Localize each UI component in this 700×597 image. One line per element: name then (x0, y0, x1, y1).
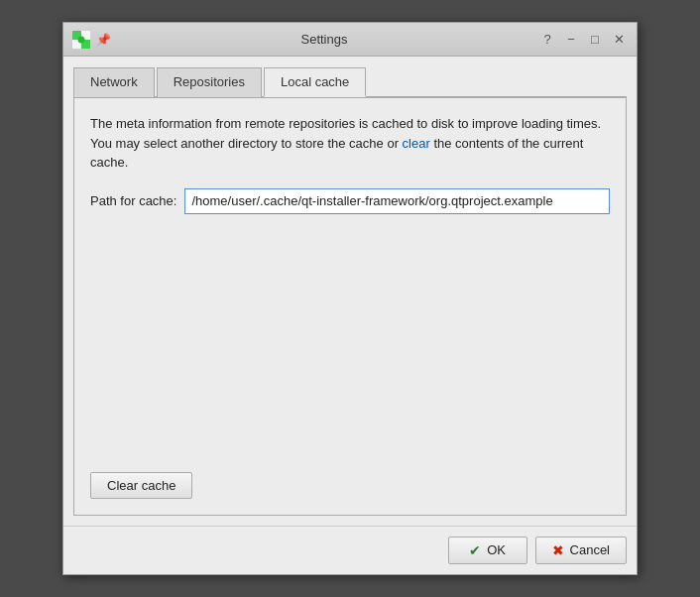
title-bar-left: 📌 (71, 30, 111, 50)
cancel-icon: ✖ (552, 542, 564, 558)
path-label: Path for cache: (90, 193, 176, 208)
ok-button[interactable]: ✔ OK (448, 537, 527, 564)
clear-cache-button[interactable]: Clear cache (90, 472, 192, 499)
ok-label: OK (487, 542, 506, 557)
clear-cache-section: Clear cache (90, 472, 610, 499)
path-input[interactable] (184, 188, 610, 214)
description-box: The meta information from remote reposit… (90, 114, 610, 173)
description-line1: The meta information from remote reposit… (90, 114, 610, 134)
minimize-button[interactable]: − (561, 31, 581, 48)
window-title: Settings (111, 32, 537, 47)
path-row: Path for cache: (90, 188, 610, 214)
close-button[interactable]: ✕ (609, 31, 629, 48)
dialog-footer: ✔ OK ✖ Cancel (63, 526, 637, 574)
svg-point-4 (78, 36, 85, 43)
title-bar-controls: ? − □ ✕ (537, 31, 629, 48)
clear-link: clear (403, 136, 430, 151)
pin-icon: 📌 (95, 32, 111, 48)
description-line2: You may select another directory to stor… (90, 134, 610, 173)
help-button[interactable]: ? (537, 31, 557, 48)
tab-local-cache[interactable]: Local cache (264, 67, 366, 97)
tab-content-local-cache: The meta information from remote reposit… (73, 98, 627, 516)
tab-network[interactable]: Network (73, 67, 155, 97)
cancel-label: Cancel (570, 542, 610, 557)
ok-icon: ✔ (469, 542, 481, 558)
tab-bar: Network Repositories Local cache (73, 66, 627, 98)
settings-app-icon (71, 30, 91, 50)
cancel-button[interactable]: ✖ Cancel (535, 537, 627, 564)
title-bar: 📌 Settings ? − □ ✕ (63, 23, 637, 57)
settings-window: 📌 Settings ? − □ ✕ Network Repositories … (62, 22, 638, 575)
window-content: Network Repositories Local cache The met… (63, 57, 637, 526)
tab-repositories[interactable]: Repositories (157, 67, 262, 97)
maximize-button[interactable]: □ (585, 31, 605, 48)
